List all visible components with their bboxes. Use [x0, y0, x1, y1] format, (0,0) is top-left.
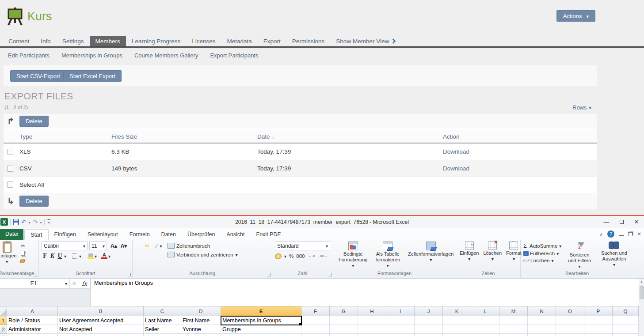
- borders-chevron-icon[interactable]: [79, 253, 81, 259]
- excel-titlebar[interactable]: X ↶ ↷ ▔ 2016_11_18_17-441479487173_membe…: [0, 216, 644, 228]
- dialog-launcher-icon[interactable]: [128, 273, 131, 276]
- tab-show-member-view[interactable]: Show Member View: [330, 36, 402, 46]
- help-icon[interactable]: ?: [607, 230, 614, 238]
- ribbon-tab-seitenlayout[interactable]: Seitenlayout: [82, 229, 124, 240]
- cell[interactable]: [144, 334, 181, 336]
- cut-icon[interactable]: ✂: [19, 242, 26, 249]
- increase-decimal-icon[interactable]: ←.0: [307, 254, 316, 258]
- cell-e2[interactable]: Gruppe: [221, 325, 301, 334]
- col-header-b[interactable]: B: [58, 306, 144, 316]
- tab-content[interactable]: Content: [3, 36, 35, 46]
- cell[interactable]: [7, 334, 58, 336]
- cell-a1[interactable]: Role / Status: [7, 316, 58, 325]
- align-middle-icon[interactable]: [140, 245, 144, 247]
- minimize-button[interactable]: —: [599, 216, 614, 228]
- formula-input[interactable]: Memberships in Groups: [91, 279, 644, 306]
- customize-qat-icon[interactable]: ▔: [47, 221, 50, 223]
- tab-permissions[interactable]: Permissions: [286, 36, 331, 46]
- tab-info[interactable]: Info: [35, 36, 57, 46]
- cell[interactable]: [556, 316, 584, 325]
- borders-icon[interactable]: [72, 253, 78, 259]
- font-size-select[interactable]: 11: [89, 242, 107, 250]
- col-header-n[interactable]: N: [528, 306, 556, 316]
- subtab-course-members-gallery[interactable]: Course Members Gallery: [134, 52, 198, 59]
- cell[interactable]: [386, 334, 415, 336]
- cell-e1-selected[interactable]: Memberships in Groups: [221, 316, 301, 325]
- cell[interactable]: [358, 325, 386, 334]
- sort-filter-button[interactable]: AZ Sortieren und Filtern: [565, 242, 594, 271]
- scroll-up-icon[interactable]: ▲: [639, 279, 644, 285]
- cell[interactable]: [613, 325, 639, 334]
- accounting-format-icon[interactable]: [275, 253, 282, 259]
- conditional-formatting-button[interactable]: Bedingte Formatierung: [336, 242, 370, 271]
- clear-button[interactable]: Löschen: [523, 258, 561, 263]
- percent-style-button[interactable]: %: [289, 253, 293, 259]
- row-checkbox[interactable]: [7, 149, 13, 155]
- number-format-select[interactable]: Standard: [275, 242, 330, 250]
- format-cells-button[interactable]: Format: [505, 242, 522, 271]
- rows-dropdown[interactable]: Rows: [572, 104, 591, 111]
- accounting-chevron-icon[interactable]: [284, 253, 286, 259]
- fill-button[interactable]: ↓ Füllbereich: [523, 251, 561, 256]
- cell-c2[interactable]: Seiler: [144, 325, 181, 334]
- col-header-l[interactable]: L: [471, 306, 499, 316]
- ribbon-tab-ansicht[interactable]: Ansicht: [221, 229, 251, 240]
- col-header-k[interactable]: K: [443, 306, 471, 316]
- maximize-button[interactable]: [614, 216, 629, 228]
- insert-cells-button[interactable]: Einfügen: [459, 242, 480, 271]
- cell[interactable]: [301, 334, 330, 336]
- format-as-table-button[interactable]: Als Tabelle formatieren: [373, 242, 403, 271]
- ribbon-tab-einfuegen[interactable]: Einfügen: [49, 229, 82, 240]
- col-header-q[interactable]: Q: [613, 306, 639, 316]
- download-link[interactable]: Download: [443, 165, 597, 172]
- tab-learning-progress[interactable]: Learning Progress: [126, 36, 186, 46]
- cell[interactable]: [415, 316, 443, 325]
- ribbon-tab-ueberpruefen[interactable]: Überprüfen: [182, 229, 221, 240]
- col-header-o[interactable]: O: [556, 306, 584, 316]
- grow-font-icon[interactable]: A▴: [111, 243, 117, 249]
- ribbon-tab-foxit-pdf[interactable]: Foxit PDF: [251, 229, 287, 240]
- cell[interactable]: [499, 325, 528, 334]
- cell[interactable]: [528, 325, 556, 334]
- cell[interactable]: [301, 316, 330, 325]
- cell[interactable]: [528, 316, 556, 325]
- col-header-f[interactable]: F: [301, 306, 330, 316]
- col-header-a[interactable]: A: [7, 306, 58, 316]
- delete-button-top[interactable]: Delete: [19, 116, 49, 127]
- ribbon-tab-datei[interactable]: Datei: [0, 229, 23, 240]
- insert-function-icon[interactable]: fx: [79, 279, 90, 288]
- cell[interactable]: [443, 316, 471, 325]
- column-files-size[interactable]: Files Size: [111, 133, 257, 140]
- column-date[interactable]: Date ↓: [257, 133, 443, 140]
- font-name-select[interactable]: Calibri: [42, 242, 88, 250]
- decrease-decimal-icon[interactable]: .00→: [318, 254, 328, 258]
- cell[interactable]: [386, 316, 415, 325]
- cell[interactable]: [499, 316, 528, 325]
- col-header-c[interactable]: C: [144, 306, 181, 316]
- merge-center-button[interactable]: Verbinden und zentrieren: [168, 252, 238, 257]
- format-painter-icon[interactable]: [19, 257, 26, 264]
- undo-chevron-icon[interactable]: [29, 219, 30, 225]
- workbook-restore-icon[interactable]: [628, 232, 633, 236]
- tab-settings[interactable]: Settings: [57, 36, 90, 46]
- col-header-p[interactable]: P: [584, 306, 613, 316]
- orientation-icon[interactable]: ⟋: [155, 243, 158, 249]
- cell[interactable]: [471, 334, 499, 336]
- cell[interactable]: [556, 334, 584, 336]
- row-header-1[interactable]: 1: [0, 316, 7, 325]
- formula-bar-splitter[interactable]: [72, 282, 76, 285]
- cell[interactable]: [613, 334, 639, 336]
- cell[interactable]: [443, 325, 471, 334]
- cell-c1[interactable]: Last Name: [144, 316, 181, 325]
- ribbon-tab-daten[interactable]: Daten: [156, 229, 182, 240]
- row-header-2[interactable]: 2: [0, 325, 7, 334]
- increase-indent-icon[interactable]: [160, 252, 163, 254]
- collapse-ribbon-icon[interactable]: ∧: [600, 232, 603, 237]
- cell[interactable]: [221, 334, 301, 336]
- save-icon[interactable]: [13, 219, 19, 225]
- col-header-e[interactable]: E: [221, 306, 301, 316]
- bold-button[interactable]: F: [42, 253, 48, 260]
- italic-button[interactable]: K: [49, 253, 56, 260]
- ribbon-tab-start[interactable]: Start: [24, 229, 48, 240]
- row-header-3[interactable]: [0, 334, 7, 336]
